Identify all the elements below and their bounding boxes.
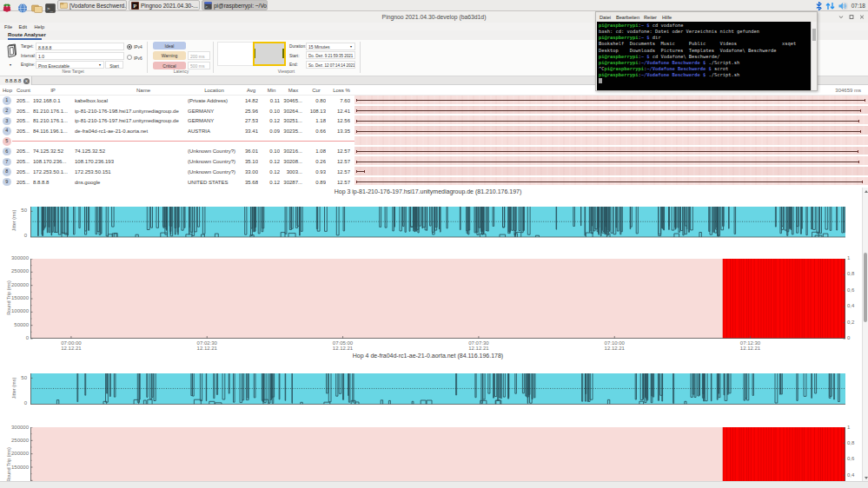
volume-icon[interactable]	[838, 2, 848, 10]
terminal-cursor	[599, 78, 602, 83]
file-manager-icon[interactable]	[31, 1, 42, 10]
taskbar-task-terminal[interactable]: >_ pi@raspberrypi: ~/Vo...	[202, 0, 268, 10]
interval-input[interactable]: 1.0	[36, 52, 124, 60]
scroll-up-arrow[interactable]	[865, 190, 868, 193]
cell-location: UNITED STATES	[188, 180, 242, 185]
tab-8888[interactable]: 8.8.8.8 ✕	[0, 76, 32, 85]
latency-chart[interactable]	[30, 259, 845, 340]
cell-ip: 192.168.0.1	[33, 98, 74, 103]
maximize-button[interactable]	[849, 14, 854, 20]
cell-count: 205...	[17, 159, 31, 164]
ideal-chip[interactable]: Ideal	[153, 42, 186, 50]
col-max[interactable]: Max	[282, 88, 304, 93]
cell-max: 30235...	[282, 129, 302, 134]
engine-dropdown-arrow[interactable]: ▾	[99, 63, 101, 67]
bar-end-marker	[858, 161, 859, 163]
terminal-scrollbar[interactable]	[811, 22, 817, 90]
viewport-preview[interactable]	[217, 42, 286, 66]
browser-icon[interactable]	[17, 1, 28, 10]
hop-badge: 1	[3, 96, 11, 105]
latency-range-bar	[356, 151, 858, 152]
terminal-scrollbar-thumb[interactable]	[812, 29, 816, 41]
table-row[interactable]: 6205...74.125.32.5274.125.32.52(Unknown …	[0, 147, 354, 157]
viewport-end-value[interactable]: So. Dez. 12 07:14:14 2021	[306, 61, 355, 69]
taskbar-task-pingnoo[interactable]: P Pingnoo 2021.04.30-...	[129, 0, 200, 10]
latency-chart[interactable]	[30, 427, 845, 481]
latency-axis-label: Round Trip (ms)	[6, 276, 11, 320]
charts-scrollbar[interactable]	[862, 188, 868, 483]
table-row[interactable]: 4205...84.116.196.1...de-fra04d-rc1-ae-2…	[0, 126, 354, 136]
cell-location: GERMANY	[188, 109, 242, 114]
col-hop[interactable]: Hop	[0, 88, 15, 93]
table-row[interactable]: 1205...192.168.0.1kabelbox.local(Private…	[0, 96, 354, 106]
viewport-handle-right[interactable]	[282, 49, 284, 58]
ribbon-divider	[360, 42, 361, 73]
minimize-button[interactable]	[838, 14, 844, 20]
cell-count: 205...	[17, 129, 31, 134]
system-tray: 07:18	[816, 0, 865, 11]
table-row[interactable]: 8205...172.253.50.1...172.253.50.151(Unk…	[0, 167, 354, 177]
network-arrows-icon[interactable]	[825, 2, 835, 10]
terminal-menu-datei[interactable]: Datei	[600, 15, 611, 20]
duration-select[interactable]: 15 Minutes	[306, 43, 355, 50]
cell-cur: 0.93	[304, 169, 326, 175]
tab-label: 8.8.8.8	[5, 78, 21, 83]
ipv6-radio[interactable]	[127, 55, 132, 60]
ipv4-radio[interactable]	[127, 44, 132, 49]
taskbar: >_ [Vodafone Beschwerd... P Pingnoo 2021…	[0, 0, 868, 11]
col-min[interactable]: Min	[261, 88, 282, 93]
col-count[interactable]: Count	[15, 88, 32, 93]
bluetooth-icon[interactable]	[816, 2, 822, 10]
viewport-handle-left[interactable]	[255, 49, 256, 58]
tab-close-icon[interactable]: ✕	[23, 78, 30, 84]
latency-range-bar	[356, 131, 860, 132]
bar-end-marker	[356, 120, 357, 122]
terminal-content[interactable]: pi@raspberrypi:~ $ cd vodafonebash: cd: …	[597, 22, 812, 90]
bar-end-marker	[860, 130, 861, 133]
col-location[interactable]: Location	[187, 88, 242, 93]
scroll-down-arrow[interactable]	[865, 477, 868, 479]
icon-dropdown-arrow[interactable]: ▾	[10, 63, 11, 67]
menu-file[interactable]: File	[4, 24, 12, 30]
terminal-launcher-icon[interactable]: >_	[45, 1, 56, 10]
menu-edit[interactable]: Edit	[19, 24, 28, 30]
terminal-line: Bookshelf Documents Music Public Videos …	[599, 41, 796, 47]
warning-input[interactable]: 200 ms	[188, 51, 210, 60]
warning-chip[interactable]: Warning	[153, 51, 186, 60]
scrollbar-thumb[interactable]	[864, 253, 867, 322]
route-analyser-icon[interactable]	[6, 43, 17, 59]
jitter-chart[interactable]	[30, 373, 845, 406]
latency-ytick: 250000	[2, 438, 29, 443]
col-ip[interactable]: IP	[32, 88, 74, 93]
terminal-menu-hilfe[interactable]: Hilfe	[662, 15, 672, 20]
taskbar-task-filemanager[interactable]: [Vodafone Beschwerd...	[57, 0, 127, 10]
time-tick: 07:12:30	[733, 340, 768, 346]
cell-loss: 12.56	[328, 118, 350, 123]
table-row[interactable]: 2205...81.210.176.1...ip-81-210-176-198.…	[0, 106, 354, 116]
table-row[interactable]: 3205...81.210.176.1...ip-81-210-176-197.…	[0, 115, 354, 126]
close-button[interactable]	[859, 14, 865, 20]
tab-route-analyser[interactable]: Route Analyser	[8, 32, 46, 37]
viewport-window[interactable]	[253, 42, 286, 66]
terminal-menu-bearbeiten[interactable]: Bearbeiten	[616, 15, 639, 20]
terminal-window[interactable]: Datei Bearbeiten Reiter Hilfe pi@raspber…	[595, 11, 818, 91]
duration-dropdown-arrow[interactable]: ▾	[350, 44, 352, 49]
cell-cur: 0.80	[304, 98, 326, 103]
bar-end-marker	[865, 99, 865, 102]
table-row[interactable]: 9205...8.8.8.8dns.googleUNITED STATES35.…	[0, 177, 354, 188]
terminal-menu-reiter[interactable]: Reiter	[644, 15, 657, 20]
clock[interactable]: 07:18	[851, 3, 865, 9]
table-row[interactable]: 5	[0, 136, 354, 147]
target-input[interactable]: 8.8.8.8	[36, 43, 124, 50]
viewport-start-value[interactable]: Do. Dez. 9 21:59:35 2021	[306, 51, 355, 59]
bar-end-marker	[356, 161, 357, 163]
latency-range-bar	[356, 171, 364, 172]
col-cur[interactable]: Cur	[304, 88, 328, 93]
menu-help[interactable]: Help	[35, 24, 45, 30]
cell-ip: 81.210.176.1...	[33, 118, 74, 123]
jitter-chart[interactable]	[30, 207, 845, 238]
table-row[interactable]: 7205...108.170.236...108.170.236.193(Unk…	[0, 156, 354, 167]
col-loss[interactable]: Loss %	[328, 88, 354, 93]
col-avg[interactable]: Avg	[242, 88, 261, 93]
raspberry-menu-icon[interactable]	[2, 1, 12, 10]
